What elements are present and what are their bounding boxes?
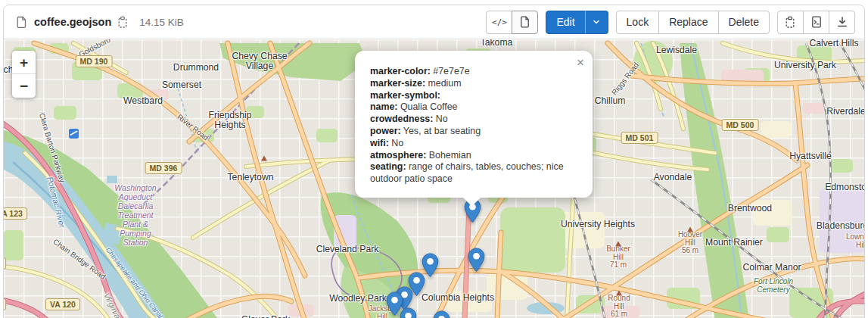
map-label-road: River Road <box>176 112 211 142</box>
route-shield-badge: A 123 <box>4 207 27 220</box>
popup-property: marker-color: #7e7e7e <box>370 66 577 78</box>
file-header: coffee.geojson 14.15 KiB </> <box>4 5 864 39</box>
download-button[interactable] <box>829 11 855 34</box>
map-label-place: Calvert Hills <box>809 39 858 48</box>
map-label-waterl: Potomac River <box>45 176 67 229</box>
map-label-peak: Round Hill 61 m <box>608 295 630 318</box>
map-label-place: Somerset <box>162 80 201 90</box>
marker-pin-icon <box>433 310 450 318</box>
map-label-place: Columbia Heights <box>422 293 494 303</box>
popup-property-key: power: <box>370 126 401 136</box>
popup-property-key: wifi: <box>370 138 389 148</box>
map-label-peak: Lowndes Hill <box>846 233 864 249</box>
popup-property: marker-size: medium <box>370 78 577 90</box>
map-marker[interactable] <box>400 307 417 318</box>
edit-split-button: Edit <box>546 11 608 34</box>
marker-pin-icon <box>400 307 417 318</box>
map-label-place: University Heights <box>561 220 635 229</box>
map-label-place: Brentwood <box>728 204 772 214</box>
map-label-place: Drummond <box>173 63 219 73</box>
map-label-place: Colmar Manor <box>742 263 801 273</box>
route-shield-badge: MD 500 <box>722 119 759 131</box>
popup-property: name: Qualia Coffee <box>370 101 577 114</box>
popup-close-button[interactable]: × <box>575 55 586 70</box>
download-icon <box>836 16 848 28</box>
map-marker[interactable] <box>433 310 450 318</box>
code-icon: </> <box>492 11 507 33</box>
map-label-waterl: Chesapeake and Ohio Canal <box>103 245 164 318</box>
view-source-button[interactable]: </> <box>486 11 512 34</box>
copy-path-icon[interactable] <box>117 16 129 29</box>
map-label-place: Takoma <box>481 39 513 48</box>
edit-button[interactable]: Edit <box>546 11 585 34</box>
popup-property-key: crowdedness: <box>370 114 433 124</box>
map-zoom-control: + − <box>12 51 36 98</box>
delete-button[interactable]: Delete <box>718 11 770 34</box>
copy-contents-button[interactable] <box>777 11 804 34</box>
file-action-group: Lock Replace Delete <box>616 11 770 34</box>
map-label-place: Mount Rainier <box>705 238 763 248</box>
route-shield-badge: VA 120 <box>45 298 80 310</box>
map-label-place: Glover Park <box>241 315 290 318</box>
popup-property: wifi: No <box>370 138 577 150</box>
map-label-place: Lewisdale <box>656 45 697 55</box>
popup-property-key: marker-color: <box>370 66 431 76</box>
map-label-place: Riverdale <box>826 107 864 117</box>
popup-property: atmosphere: Bohemian <box>370 150 577 162</box>
file-header-left: coffee.geojson 14.15 KiB <box>16 16 184 29</box>
open-raw-button[interactable] <box>803 11 829 34</box>
route-shield-badge: MD 501 <box>621 132 658 144</box>
popup-property: marker-symbol: <box>370 90 577 102</box>
popup-property-key: name: <box>370 101 398 112</box>
popup-property: power: Yes, at bar seating <box>370 126 577 138</box>
map-label-place: Westbard <box>123 96 163 106</box>
file-card: coffee.geojson 14.15 KiB </> <box>3 5 865 318</box>
file-utility-group <box>777 11 855 34</box>
popup-property-key: marker-symbol: <box>370 90 440 101</box>
feature-popup: × marker-color: #7e7e7emarker-size: medi… <box>355 51 593 198</box>
map-marker[interactable] <box>468 248 485 275</box>
route-shield-badge: 5 <box>4 257 6 270</box>
chevron-down-icon <box>592 17 601 26</box>
view-rendered-button[interactable] <box>512 11 538 34</box>
route-shield-badge: MD 396 <box>145 162 182 174</box>
map-label-peak: Hoover Hill 56 m <box>678 231 702 255</box>
popup-property-key: atmosphere: <box>370 150 426 161</box>
copy-contents-icon <box>785 16 796 29</box>
zoom-in-button[interactable]: + <box>12 51 36 74</box>
map-label-place: Avondale <box>654 173 692 182</box>
route-shield-badge: 9 <box>4 298 6 310</box>
map-label-place: Chevy Chase Village <box>232 51 287 71</box>
popup-property-key: seating: <box>370 161 406 172</box>
view-toggle-group: </> <box>486 11 538 34</box>
edit-dropdown-button[interactable] <box>585 11 608 34</box>
zoom-out-button[interactable]: − <box>12 74 36 98</box>
file-size: 14.15 KiB <box>139 17 184 28</box>
map-label-cem: Fort Lincoln Cemetery <box>754 277 793 294</box>
peak-triangle-icon <box>616 291 622 296</box>
marker-pin-icon <box>468 248 485 272</box>
peak-triangle-icon <box>261 156 267 161</box>
route-shield-badge: MD 190 <box>76 55 113 67</box>
map-label-road: Riggs Road <box>609 61 641 97</box>
map-label-road: Clara Barton Parkway <box>37 112 67 184</box>
map-viewport[interactable]: TakomaLewisdaleCalvert HillsUniversity P… <box>4 39 864 318</box>
peak-triangle-icon <box>615 242 621 247</box>
popup-properties: marker-color: #7e7e7emarker-size: medium… <box>370 66 577 186</box>
popup-property-key: marker-size: <box>370 78 425 89</box>
map-label-place: Bladensburg <box>817 221 864 231</box>
lock-button[interactable]: Lock <box>616 11 660 34</box>
map-label-road: Chain Bridge Road <box>51 236 108 281</box>
map-label-place: University Park <box>774 61 836 70</box>
map-label-place: Friendship Heights <box>209 111 252 130</box>
map-label-place: Tenleytown <box>228 173 274 182</box>
document-icon <box>520 16 530 28</box>
file-name: coffee.geojson <box>34 16 111 28</box>
replace-button[interactable]: Replace <box>658 11 718 34</box>
map-label-place: Woodley Park <box>329 294 387 304</box>
raw-file-icon <box>811 16 822 28</box>
file-icon <box>16 16 28 29</box>
screenshot-root: coffee.geojson 14.15 KiB </> <box>0 0 868 318</box>
map-label-place: Hyattsville <box>789 151 832 161</box>
file-header-actions: </> Edit Lock Repl <box>486 11 855 34</box>
